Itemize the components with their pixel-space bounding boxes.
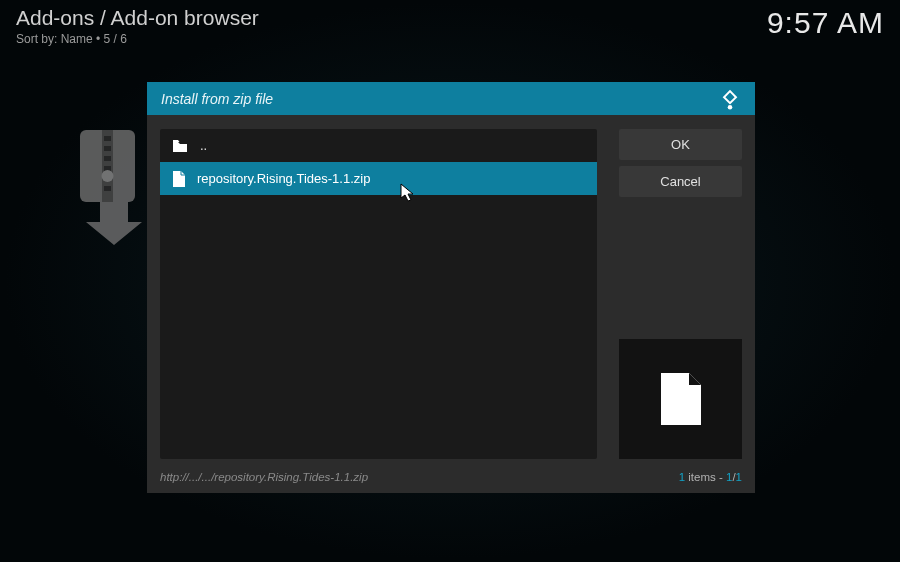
file-preview [619,339,742,459]
bullet: • [93,32,104,46]
file-row-zip[interactable]: repository.Rising.Tides-1.1.zip [160,162,597,195]
file-list: .. repository.Rising.Tides-1.1.zip [160,129,597,459]
app-header: Add-ons / Add-on browser Sort by: Name •… [16,6,884,46]
file-icon [172,171,185,187]
zip-install-icon [80,130,148,245]
sort-status[interactable]: Sort by: Name • 5 / 6 [16,32,259,46]
cancel-button[interactable]: Cancel [619,166,742,197]
file-path: http://.../.../repository.Rising.Tides-1… [160,471,368,483]
dialog-footer: http://.../.../repository.Rising.Tides-1… [147,467,755,493]
dialog-title: Install from zip file [161,91,273,107]
mouse-cursor-icon [400,183,416,203]
install-zip-dialog: Install from zip file .. repository.Risi… [147,82,755,493]
breadcrumb[interactable]: Add-ons / Add-on browser [16,6,259,30]
svg-rect-3 [104,146,111,151]
svg-rect-7 [104,186,111,191]
sort-label: Sort by: [16,32,61,46]
file-name-label: repository.Rising.Tides-1.1.zip [197,171,370,186]
items-count: 1 items - 1/1 [679,471,742,483]
svg-rect-2 [104,136,111,141]
sort-value: Name [61,32,93,46]
folder-up-icon [172,139,188,153]
file-list-empty [160,195,597,454]
svg-rect-4 [104,156,111,161]
file-preview-icon [659,371,703,427]
kodi-logo-icon [719,88,741,110]
clock: 9:57 AM [767,6,884,40]
ok-button[interactable]: OK [619,129,742,160]
svg-point-8 [102,170,114,182]
svg-point-9 [728,104,733,109]
dialog-titlebar: Install from zip file [147,82,755,115]
parent-dir-label: .. [200,138,207,153]
page-count: 5 / 6 [104,32,127,46]
file-row-parent[interactable]: .. [160,129,597,162]
